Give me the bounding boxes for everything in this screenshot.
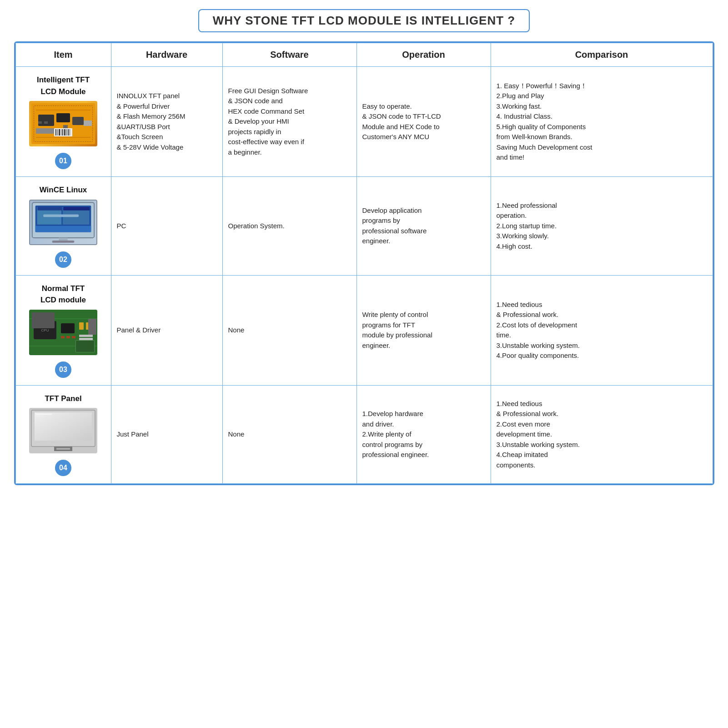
svg-rect-3: [38, 115, 54, 126]
svg-rect-30: [52, 240, 75, 242]
svg-rect-44: [88, 319, 96, 335]
svg-rect-20: [70, 129, 70, 136]
svg-rect-40: [66, 336, 70, 338]
svg-rect-9: [63, 125, 68, 128]
col-header-comparison: Comparison: [491, 43, 713, 67]
item-badge-01: 01: [21, 149, 105, 169]
svg-rect-6: [36, 128, 59, 134]
svg-rect-36: [61, 323, 75, 333]
item-name-01: Intelligent TFT LCD Module: [21, 74, 105, 97]
col-header-operation: Operation: [356, 43, 491, 67]
hardware-cell-02: PC: [111, 177, 222, 276]
item-badge-03: 03: [21, 358, 105, 378]
title-container: WHY STONE TFT LCD MODULE IS INTELLIGENT …: [198, 9, 530, 32]
hardware-cell-03: Panel & Driver: [111, 275, 222, 385]
comparison-cell-01: 1. Easy！Powerful！Saving！ 2.Plug and Play…: [491, 67, 713, 177]
svg-rect-14: [59, 129, 60, 136]
svg-rect-47: [35, 412, 92, 441]
svg-rect-43: [79, 338, 93, 340]
col-header-software: Software: [222, 43, 356, 67]
item-name-03: Normal TFT LCD module: [21, 283, 105, 306]
item-cell-04: TFT Panel: [15, 385, 111, 484]
comparison-cell-04: 1.Need tedious & Professional work. 2.Co…: [491, 385, 713, 484]
svg-rect-19: [68, 129, 69, 136]
svg-text:CPU: CPU: [41, 328, 49, 332]
table-row: Normal TFT LCD module CPU: [15, 275, 713, 385]
svg-rect-25: [38, 206, 62, 210]
table-header-row: Item Hardware Software Operation Compari…: [15, 43, 713, 67]
svg-rect-28: [43, 214, 79, 217]
svg-rect-23: [35, 226, 91, 232]
item-name-04: TFT Panel: [21, 393, 105, 405]
col-header-hardware: Hardware: [111, 43, 222, 67]
software-cell-01: Free GUI Design Software & JSON code and…: [222, 67, 356, 177]
table-row: Intelligent TFT LCD Module: [15, 67, 713, 177]
item-image-01: [29, 101, 97, 146]
item-image-04: [29, 408, 97, 453]
software-cell-03: None: [222, 275, 356, 385]
svg-rect-11: [54, 128, 72, 136]
table-row: TFT Panel: [15, 385, 713, 484]
comparison-cell-03: 1.Need tedious & Professional work. 2.Co…: [491, 275, 713, 385]
item-name-02: WinCE Linux: [21, 184, 105, 196]
svg-rect-5: [72, 117, 84, 125]
operation-cell-02: Develop application programs by professi…: [356, 177, 491, 276]
svg-rect-0: [31, 103, 95, 144]
svg-rect-12: [55, 129, 56, 136]
svg-rect-13: [57, 129, 58, 136]
svg-rect-39: [61, 336, 65, 338]
svg-rect-7: [38, 121, 42, 124]
hardware-cell-04: Just Panel: [111, 385, 222, 484]
svg-rect-41: [72, 336, 75, 338]
item-image-02: [29, 200, 97, 245]
svg-rect-17: [64, 129, 65, 136]
software-cell-04: None: [222, 385, 356, 484]
svg-rect-37: [79, 322, 84, 330]
hardware-cell-01: INNOLUX TFT panel & Powerful Driver & Fl…: [111, 67, 222, 177]
main-table-wrapper: Item Hardware Software Operation Compari…: [14, 41, 714, 485]
svg-rect-49: [56, 448, 70, 450]
item-cell-01: Intelligent TFT LCD Module: [15, 67, 111, 177]
green-pcb-img: CPU: [29, 310, 97, 355]
pcb-orange-img: [29, 101, 97, 146]
svg-rect-4: [56, 113, 70, 122]
tft-panel-img: [29, 408, 97, 453]
item-cell-02: WinCE Linux: [15, 177, 111, 276]
operation-cell-03: Write plenty of control programs for TFT…: [356, 275, 491, 385]
svg-rect-16: [62, 129, 63, 136]
comparison-table: Item Hardware Software Operation Compari…: [15, 43, 713, 484]
table-row: WinCE Linux: [15, 177, 713, 276]
col-header-item: Item: [15, 43, 111, 67]
software-cell-02: Operation System.: [222, 177, 356, 276]
item-badge-04: 04: [21, 456, 105, 476]
wince-img: [29, 200, 97, 245]
item-badge-02: 02: [21, 248, 105, 268]
operation-cell-01: Easy to operate. & JSON code to TFT-LCD …: [356, 67, 491, 177]
svg-rect-18: [66, 129, 67, 136]
comparison-cell-02: 1.Need professional operation. 2.Long st…: [491, 177, 713, 276]
svg-rect-27: [63, 206, 90, 210]
page-title: WHY STONE TFT LCD MODULE IS INTELLIGENT …: [198, 9, 530, 32]
svg-rect-8: [44, 121, 48, 124]
operation-cell-04: 1.Develop hardware and driver. 2.Write p…: [356, 385, 491, 484]
item-cell-03: Normal TFT LCD module CPU: [15, 275, 111, 385]
svg-rect-15: [61, 129, 61, 136]
svg-rect-10: [84, 120, 92, 126]
svg-rect-42: [79, 335, 93, 337]
item-image-03: CPU: [29, 310, 97, 355]
